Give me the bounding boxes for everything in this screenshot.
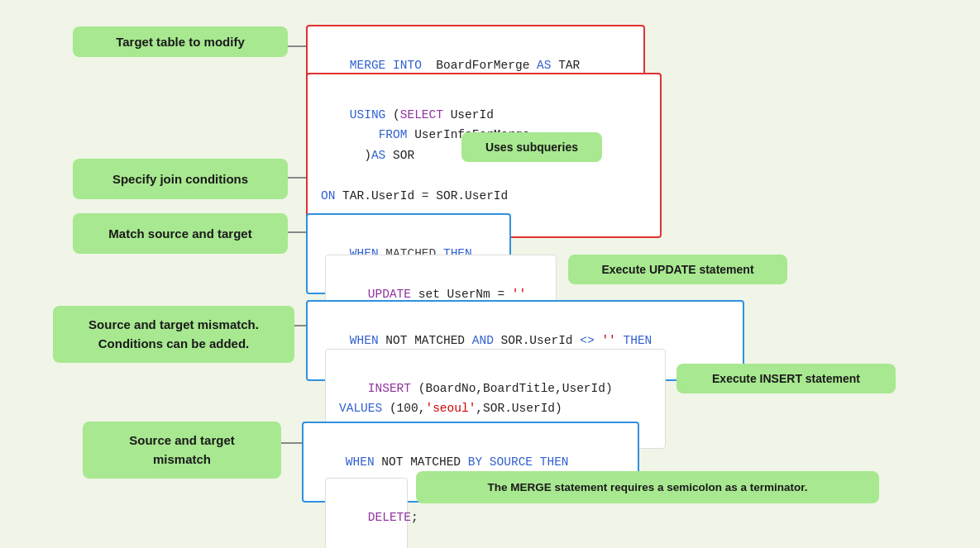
label-match-source: Match source and target: [73, 213, 288, 254]
note-execute-update: Execute UPDATE statement: [568, 255, 787, 284]
code-delete: DELETE;: [325, 478, 408, 548]
diagram: Target table to modify MERGE INTO BoardF…: [0, 0, 980, 548]
label-source-target-mismatch: Source and targetmismatch: [83, 422, 281, 479]
note-execute-insert: Execute INSERT statement: [676, 364, 896, 393]
label-specify-join: Specify join conditions: [73, 159, 288, 199]
label-mismatch-conditions: Source and target mismatch.Conditions ca…: [53, 306, 294, 363]
label-target-table: Target table to modify: [73, 26, 288, 57]
note-semicolon: The MERGE statement requires a semicolon…: [416, 471, 879, 503]
note-uses-subqueries: Uses subqueries: [461, 132, 602, 162]
